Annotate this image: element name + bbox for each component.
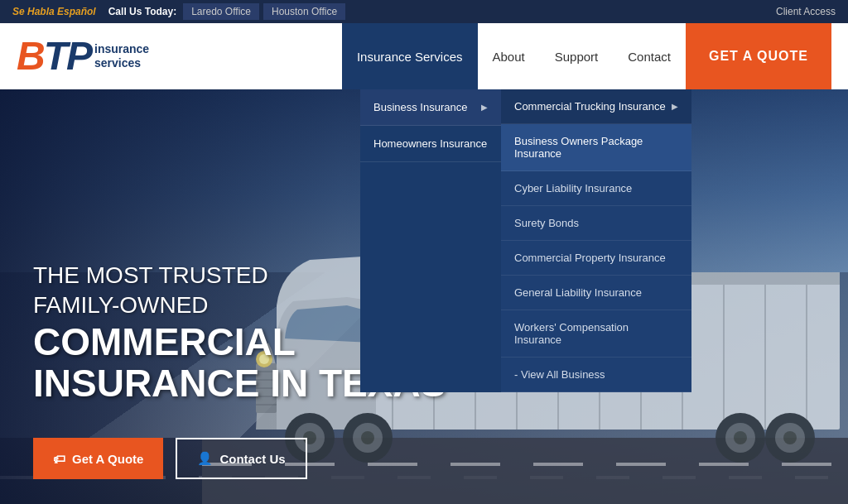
dropdown-cyber-liability[interactable]: Cyber Liability Insurance — [501, 171, 691, 206]
dropdown-general-liability[interactable]: General Liability Insurance — [501, 276, 691, 310]
dropdown-business-insurance[interactable]: Business Insurance ▶ — [360, 89, 501, 126]
svg-rect-37 — [450, 463, 500, 466]
logo[interactable]: BTP insurance services — [17, 36, 149, 76]
insurance-services-dropdown: Business Insurance ▶ Homeowners Insuranc… — [360, 89, 691, 392]
dropdown-commercial-trucking[interactable]: Commercial Trucking Insurance ▶ — [501, 89, 691, 124]
dropdown-workers-compensation[interactable]: Workers' Compensation Insurance — [501, 310, 691, 358]
laredo-office-button[interactable]: Laredo Office — [183, 3, 259, 20]
dropdown-business-owners-package[interactable]: Business Owners Package Insurance — [501, 124, 691, 171]
header: BTP insurance services Insurance Service… — [0, 23, 848, 89]
svg-rect-39 — [616, 463, 666, 466]
svg-point-30 — [783, 431, 797, 444]
svg-rect-40 — [699, 463, 749, 466]
nav-item-insurance-services[interactable]: Insurance Services — [342, 23, 478, 89]
user-icon: 👤 — [197, 451, 213, 466]
quote-icon: 🏷 — [53, 452, 65, 466]
svg-point-27 — [734, 431, 747, 444]
call-us-label: Call Us Today: — [108, 6, 176, 17]
svg-rect-36 — [368, 463, 417, 466]
client-access-link[interactable]: Client Access — [776, 6, 836, 17]
main-nav: Insurance Services About Support Contact… — [342, 23, 831, 89]
dropdown-homeowners-insurance[interactable]: Homeowners Insurance — [360, 126, 501, 162]
dropdown-col2: Commercial Trucking Insurance ▶ Business… — [501, 89, 691, 392]
hero-contact-button[interactable]: 👤 Contact Us — [176, 438, 306, 479]
se-habla-espanol: Se Habla Español — [12, 6, 96, 17]
svg-rect-41 — [782, 463, 831, 466]
svg-point-33 — [361, 431, 374, 444]
logo-btp-text: BTP — [17, 36, 91, 76]
nav-item-contact[interactable]: Contact — [613, 23, 686, 89]
nav-item-support[interactable]: Support — [540, 23, 614, 89]
dropdown-view-all-business[interactable]: - View All Business — [501, 358, 691, 392]
top-bar: Se Habla Español Call Us Today: Laredo O… — [0, 0, 848, 23]
dropdown-surety-bonds[interactable]: Surety Bonds — [501, 206, 691, 241]
houston-office-button[interactable]: Houston Office — [263, 3, 345, 20]
hero-get-quote-button[interactable]: 🏷 Get A Quote — [33, 438, 163, 479]
dropdown-commercial-property[interactable]: Commercial Property Insurance — [501, 241, 691, 276]
chevron-right-icon: ▶ — [672, 102, 678, 111]
nav-item-about[interactable]: About — [478, 23, 540, 89]
logo-service-text: insurance services — [94, 42, 149, 70]
svg-rect-38 — [533, 463, 583, 466]
dropdown-col1: Business Insurance ▶ Homeowners Insuranc… — [360, 89, 501, 392]
chevron-right-icon: ▶ — [481, 103, 488, 112]
hero-buttons: 🏷 Get A Quote 👤 Contact Us — [33, 438, 307, 479]
get-quote-button[interactable]: GET A QUOTE — [686, 23, 831, 89]
